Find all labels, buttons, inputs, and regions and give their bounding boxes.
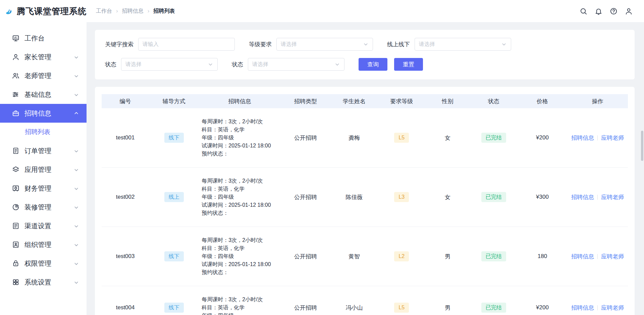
bell-icon[interactable] xyxy=(595,7,602,15)
keyword-input[interactable] xyxy=(138,38,235,51)
breadcrumb-separator: › xyxy=(148,8,150,14)
recruit-info-link[interactable]: 招聘信息 xyxy=(571,135,594,141)
filter-panel: 关键字搜索 等级要求 请选择 线上线下 请选择 xyxy=(95,30,635,79)
recruitment-info: 每周课时：3次，2小时/次 科目：英语，化学 年级：四年级 xyxy=(199,286,280,315)
apply-teacher-link[interactable]: 应聘老师 xyxy=(601,305,624,311)
select-placeholder: 请选择 xyxy=(125,61,142,68)
gender: 女 xyxy=(425,108,470,168)
apply-teacher-link[interactable]: 应聘老师 xyxy=(601,194,624,200)
swallow-logo-icon xyxy=(5,3,13,19)
chevron-down-icon xyxy=(73,186,79,191)
table-header: 编号 辅导方式 招聘信息 招聘类型 学生姓名 要求等级 xyxy=(102,94,628,108)
action-divider xyxy=(597,135,598,140)
sidebar-item-parents[interactable]: 家长管理 xyxy=(0,48,87,66)
row-id: test004 xyxy=(102,286,149,315)
level-label: 等级要求 xyxy=(249,41,272,48)
chevron-down-icon xyxy=(73,73,79,79)
row-id: test001 xyxy=(102,108,149,168)
chevron-up-icon xyxy=(73,111,79,116)
recruit-info-link[interactable]: 招聘信息 xyxy=(571,194,594,200)
recruit-info-link[interactable]: 招聘信息 xyxy=(571,253,594,260)
scrollbar[interactable] xyxy=(641,131,643,161)
help-icon[interactable] xyxy=(610,7,618,15)
table-row: test003 线下 每周课时：3次，2小时/次 科目：英语，化学 年级：四年级… xyxy=(102,227,628,286)
search-icon[interactable] xyxy=(580,7,587,15)
sidebar-item-orders[interactable]: 订单管理 xyxy=(0,141,87,160)
gender: 男 xyxy=(425,227,470,286)
pie-icon xyxy=(12,203,19,211)
price: ¥200 xyxy=(517,286,567,315)
parent-icon xyxy=(12,53,19,61)
table-row: test001 线下 每周课时：3次，2小时/次 科目：英语，化学 年级：四年级… xyxy=(102,108,628,168)
sidebar-subitem-label: 招聘列表 xyxy=(25,128,50,136)
row-id: test003 xyxy=(102,227,149,286)
level-tag: L2 xyxy=(394,251,409,261)
logo-area: 腾飞课堂管理系统 xyxy=(0,3,87,19)
price: ¥200 xyxy=(517,108,567,168)
student-name: 龚梅 xyxy=(330,108,378,168)
student-name: 黄智 xyxy=(330,227,378,286)
app-title: 腾飞课堂管理系统 xyxy=(17,6,87,17)
sidebar-item-recruitment[interactable]: 招聘信息 xyxy=(0,104,87,123)
table-row: test002 线上 每周课时：3次，2小时/次 科目：英语，化学 年级：四年级… xyxy=(102,168,628,227)
sidebar-item-label: 系统设置 xyxy=(24,278,51,287)
sidebar-item-finance[interactable]: 财务管理 xyxy=(0,179,87,198)
table-header-row: 编号 辅导方式 招聘信息 招聘类型 学生姓名 要求等级 xyxy=(102,94,628,108)
sidebar-item-basic-info[interactable]: 基础信息 xyxy=(0,85,87,104)
sidebar-item-permissions[interactable]: 权限管理 xyxy=(0,254,87,273)
sidebar-item-label: 组织管理 xyxy=(24,240,51,249)
action-divider xyxy=(597,305,598,310)
reset-button[interactable]: 重置 xyxy=(394,58,423,71)
recruitment-type: 公开招聘 xyxy=(280,108,330,168)
recruit-table: 编号 辅导方式 招聘信息 招聘类型 学生姓名 要求等级 xyxy=(102,94,628,315)
price: 180 xyxy=(517,227,567,286)
apply-teacher-link[interactable]: 应聘老师 xyxy=(601,135,624,141)
status2-select[interactable]: 请选择 xyxy=(248,58,344,71)
chevron-down-icon xyxy=(73,167,79,173)
dashboard-icon xyxy=(12,35,19,42)
recruitment-type: 公开招聘 xyxy=(280,168,330,227)
grid-icon xyxy=(12,278,19,286)
sidebar-item-label: 装修管理 xyxy=(24,203,51,212)
column-header: 编号 xyxy=(102,94,149,108)
sidebar-item-organization[interactable]: 组织管理 xyxy=(0,235,87,254)
user-icon[interactable] xyxy=(625,7,633,15)
status-badge: 已完结 xyxy=(481,133,506,143)
action-divider xyxy=(597,254,598,259)
topbar: 腾飞课堂管理系统 工作台 › 招聘信息 › 招聘列表 xyxy=(0,0,644,22)
sidebar-item-label: 老师管理 xyxy=(24,71,51,80)
layers-icon xyxy=(12,166,19,173)
keyword-label: 关键字搜索 xyxy=(105,41,133,48)
teachers-icon xyxy=(12,72,19,79)
mode-label: 线上线下 xyxy=(387,41,410,48)
search-button[interactable]: 查询 xyxy=(359,58,387,71)
recruit-info-link[interactable]: 招聘信息 xyxy=(571,305,594,311)
sidebar-item-label: 财务管理 xyxy=(24,184,51,193)
action-divider xyxy=(597,195,598,200)
sidebar-item-decoration[interactable]: 装修管理 xyxy=(0,198,87,216)
sidebar-item-label: 基础信息 xyxy=(24,90,51,99)
status1-select[interactable]: 请选择 xyxy=(121,58,218,71)
column-header: 性别 xyxy=(425,94,470,108)
sidebar-item-settings[interactable]: 系统设置 xyxy=(0,273,87,292)
chevron-down-icon xyxy=(73,279,79,285)
apply-teacher-link[interactable]: 应聘老师 xyxy=(601,253,624,260)
chevron-down-icon xyxy=(334,62,340,67)
breadcrumb-recruit-info[interactable]: 招聘信息 xyxy=(122,8,144,15)
breadcrumb-workbench[interactable]: 工作台 xyxy=(96,8,112,15)
filter-row-1: 关键字搜索 等级要求 请选择 线上线下 请选择 xyxy=(105,38,625,51)
select-placeholder: 请选择 xyxy=(252,61,268,68)
sidebar-item-teachers[interactable]: 老师管理 xyxy=(0,66,87,85)
sidebar-item-workbench[interactable]: 工作台 xyxy=(0,29,87,48)
mode-select[interactable]: 请选择 xyxy=(415,38,511,51)
breadcrumb-separator: › xyxy=(116,8,118,14)
level-select[interactable]: 请选择 xyxy=(276,38,373,51)
keyword-filter-group: 关键字搜索 xyxy=(105,38,235,51)
sidebar-subitem-recruit-list[interactable]: 招聘列表 xyxy=(0,123,87,141)
sidebar-item-channels[interactable]: 渠道设置 xyxy=(0,216,87,235)
tutoring-mode-tag: 线下 xyxy=(164,251,184,261)
content-area: 关键字搜索 等级要求 请选择 线上线下 请选择 xyxy=(87,22,644,315)
column-header: 价格 xyxy=(517,94,567,108)
breadcrumb-recruit-list: 招聘列表 xyxy=(153,8,175,15)
sidebar-item-apps[interactable]: 应用管理 xyxy=(0,160,87,179)
